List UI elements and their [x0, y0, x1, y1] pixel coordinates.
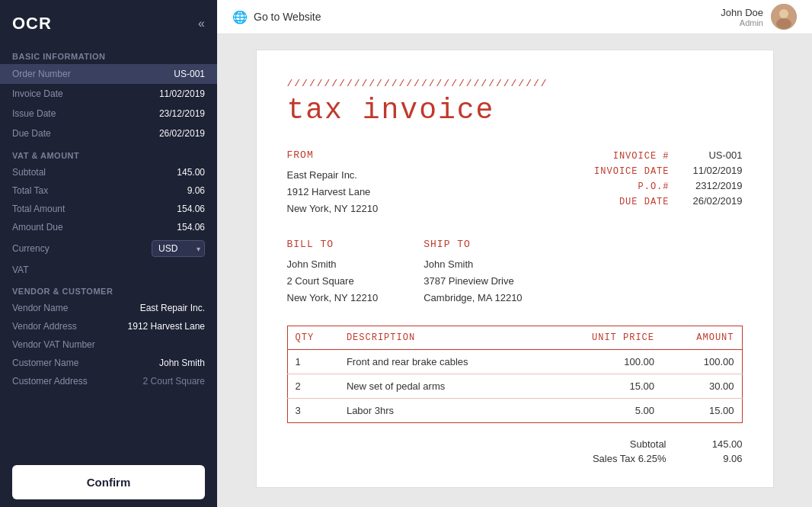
invoice-stripe: /////////////////////////////////// — [287, 78, 743, 89]
bill-name: John Smith — [287, 258, 337, 270]
section-basic-info: Basic Information — [0, 44, 217, 64]
invoice-bill-ship: BILL TO John Smith 2 Court Square New Yo… — [287, 239, 743, 306]
total-subtotal-value: 145.00 — [697, 438, 743, 450]
vendor-vat-label: Vendor VAT Number — [12, 339, 95, 350]
sidebar-row-issue-date[interactable]: Issue Date 23/12/2019 — [0, 104, 217, 124]
section-vat-amount: VAT & Amount — [0, 143, 217, 163]
issue-date-value: 23/12/2019 — [159, 108, 205, 119]
svg-point-2 — [776, 18, 791, 29]
total-subtotal-row: Subtotal 145.00 — [575, 438, 743, 450]
cell-unit-price: 100.00 — [545, 349, 662, 374]
total-tax-row: Sales Tax 6.25% 9.06 — [575, 453, 743, 464]
cell-qty: 2 — [287, 374, 339, 398]
topbar: 🌐 Go to Website John Doe Admin — [217, 0, 812, 34]
invoice-date-value: 11/02/2019 — [159, 88, 205, 99]
order-number-label: Order Number — [12, 69, 71, 79]
sidebar-row-order-number[interactable]: Order Number US-001 — [0, 64, 217, 84]
table-row: 1 Front and rear brake cables 100.00 100… — [287, 349, 742, 374]
detail-invoice-num: INVOICE # US-001 — [594, 149, 742, 162]
due-date-inv-label: DUE DATE — [619, 197, 670, 207]
total-tax-label-inv: Sales Tax 6.25% — [575, 453, 667, 464]
invoice-title: tax invoice — [287, 94, 743, 127]
ship-to-section: SHIP TO John Smith 3787 Pineview Drive C… — [424, 239, 522, 306]
user-name: John Doe — [721, 7, 763, 18]
inv-date-value: 11/02/2019 — [682, 165, 743, 176]
currency-select-wrap[interactable]: USD EUR GBP — [152, 240, 205, 257]
due-date-inv-value: 26/02/2019 — [682, 195, 743, 207]
invoice-details-right: INVOICE # US-001 INVOICE DATE 11/02/2019… — [594, 149, 742, 217]
ship-address: John Smith 3787 Pineview Drive Cambridge… — [424, 256, 522, 306]
topbar-left: 🌐 Go to Website — [232, 10, 321, 24]
po-label: P.O.# — [638, 181, 669, 192]
total-subtotal-label: Subtotal — [575, 438, 667, 450]
total-amount-value: 154.06 — [177, 204, 205, 214]
goto-website-link[interactable]: Go to Website — [254, 11, 321, 23]
detail-invoice-date: INVOICE DATE 11/02/2019 — [594, 165, 742, 177]
cell-qty: 3 — [287, 398, 339, 422]
avatar — [771, 4, 797, 30]
amount-due-row: Amount Due 154.06 — [0, 218, 217, 236]
sidebar-row-due-date[interactable]: Due Date 26/02/2019 — [0, 124, 217, 143]
cell-desc: Front and rear brake cables — [339, 349, 545, 374]
currency-row: Currency USD EUR GBP — [0, 236, 217, 261]
invoice-totals: Subtotal 145.00 Sales Tax 6.25% 9.06 — [287, 438, 743, 464]
company-name-text: East Repair Inc. — [287, 169, 358, 181]
po-value: 2312/2019 — [682, 180, 743, 191]
vendor-name-value: East Repair Inc. — [140, 303, 205, 313]
invoice-from-left: FROM East Repair Inc. 1912 Harvest Lane … — [287, 149, 379, 217]
col-desc: DESCRIPTION — [339, 326, 545, 349]
ship-addr2: Cambridge, MA 12210 — [424, 292, 522, 303]
sidebar: OCR « Basic Information Order Number US-… — [0, 0, 217, 507]
sidebar-header: OCR « — [0, 0, 217, 44]
detail-due-date: DUE DATE 26/02/2019 — [594, 195, 742, 207]
user-role: Admin — [721, 18, 763, 27]
vat-label-row: VAT — [0, 261, 217, 279]
vendor-name-label: Vendor Name — [12, 303, 68, 313]
svg-point-1 — [779, 9, 788, 18]
customer-address-label: Customer Address — [12, 376, 88, 387]
company-name: East Repair Inc. 1912 Harvest Lane New Y… — [287, 167, 379, 217]
customer-address-value: 2 Court Square — [143, 376, 205, 387]
issue-date-label: Issue Date — [12, 108, 56, 119]
cell-unit-price: 5.00 — [545, 398, 662, 422]
ship-name: John Smith — [424, 258, 473, 270]
from-label: FROM — [287, 149, 379, 161]
ship-to-label: SHIP TO — [424, 239, 522, 250]
collapse-icon[interactable]: « — [198, 17, 205, 30]
cell-qty: 1 — [287, 349, 339, 374]
col-unit-price: UNIT PRICE — [545, 326, 662, 349]
vat-label: VAT — [12, 265, 29, 275]
customer-name-label: Customer Name — [12, 358, 78, 368]
user-area: John Doe Admin — [721, 4, 797, 30]
table-row: 2 New set of pedal arms 15.00 30.00 — [287, 374, 742, 398]
subtotal-label: Subtotal — [12, 167, 46, 178]
invoice-num-label: INVOICE # — [613, 151, 670, 162]
total-tax-value: 9.06 — [187, 185, 205, 196]
cell-amount: 15.00 — [662, 398, 742, 422]
bill-addr2: New York, NY 12210 — [287, 292, 379, 303]
confirm-button[interactable]: Confirm — [12, 465, 205, 499]
sidebar-title: OCR — [12, 14, 52, 34]
vendor-name-row: Vendor Name East Repair Inc. — [0, 299, 217, 317]
customer-name-value: John Smith — [159, 358, 205, 368]
vendor-address-value: 1912 Harvest Lane — [128, 321, 205, 332]
ship-addr1: 3787 Pineview Drive — [424, 275, 514, 287]
order-number-value: US-001 — [174, 69, 205, 79]
sidebar-row-invoice-date[interactable]: Invoice Date 11/02/2019 — [0, 84, 217, 104]
invoice-paper: /////////////////////////////////// tax … — [256, 50, 774, 488]
invoice-date-label: Invoice Date — [12, 88, 63, 99]
bill-address: John Smith 2 Court Square New York, NY 1… — [287, 256, 379, 306]
col-amount: AMOUNT — [662, 326, 742, 349]
section-vendor-customer: Vendor & Customer — [0, 279, 217, 299]
cell-amount: 30.00 — [662, 374, 742, 398]
total-tax-label: Total Tax — [12, 185, 48, 196]
currency-select[interactable]: USD EUR GBP — [152, 240, 205, 257]
customer-address-row: Customer Address 2 Court Square — [0, 372, 217, 390]
total-tax-value-inv: 9.06 — [697, 453, 743, 464]
cell-desc: Labor 3hrs — [339, 398, 545, 422]
bill-to-label: BILL TO — [287, 239, 379, 250]
bill-addr1: 2 Court Square — [287, 275, 354, 287]
invoice-area: /////////////////////////////////// tax … — [217, 34, 812, 507]
currency-label: Currency — [12, 243, 50, 254]
subtotal-row: Subtotal 145.00 — [0, 163, 217, 181]
